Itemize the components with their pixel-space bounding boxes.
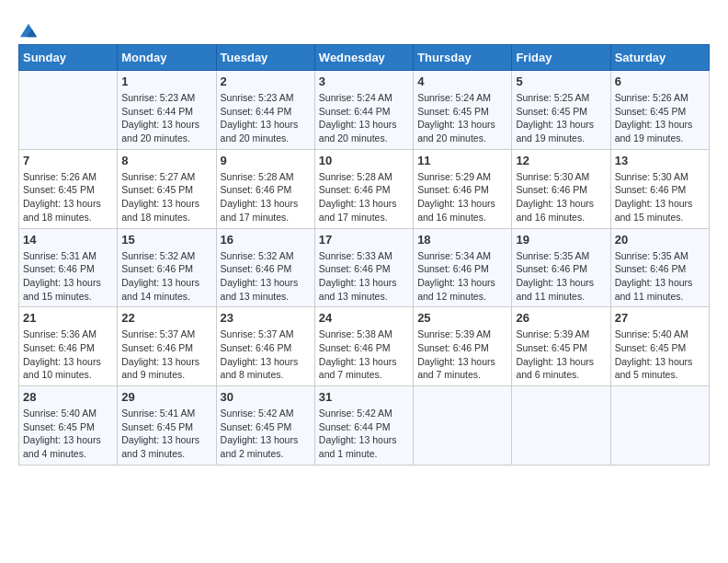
- day-info: Sunrise: 5:35 AM Sunset: 6:46 PM Dayligh…: [615, 249, 705, 304]
- calendar-cell: 1Sunrise: 5:23 AM Sunset: 6:44 PM Daylig…: [118, 71, 216, 150]
- column-header-tuesday: Tuesday: [216, 45, 314, 71]
- column-header-wednesday: Wednesday: [314, 45, 413, 71]
- day-info: Sunrise: 5:27 AM Sunset: 6:45 PM Dayligh…: [121, 170, 211, 224]
- calendar-week-4: 21Sunrise: 5:36 AM Sunset: 6:46 PM Dayli…: [19, 307, 710, 386]
- calendar-cell: 2Sunrise: 5:23 AM Sunset: 6:44 PM Daylig…: [216, 71, 314, 150]
- day-number: 10: [319, 154, 409, 167]
- calendar-cell: [512, 386, 610, 465]
- day-info: Sunrise: 5:26 AM Sunset: 6:45 PM Dayligh…: [23, 170, 113, 224]
- column-header-monday: Monday: [118, 45, 216, 71]
- day-number: 30: [221, 390, 311, 404]
- day-number: 25: [417, 311, 507, 325]
- calendar-cell: 12Sunrise: 5:30 AM Sunset: 6:46 PM Dayli…: [512, 149, 610, 228]
- column-header-sunday: Sunday: [19, 45, 118, 71]
- day-info: Sunrise: 5:28 AM Sunset: 6:46 PM Dayligh…: [319, 170, 409, 224]
- calendar-cell: 30Sunrise: 5:42 AM Sunset: 6:45 PM Dayli…: [216, 386, 314, 465]
- calendar-cell: 5Sunrise: 5:25 AM Sunset: 6:45 PM Daylig…: [512, 71, 610, 150]
- calendar-cell: 18Sunrise: 5:34 AM Sunset: 6:46 PM Dayli…: [414, 228, 512, 307]
- day-info: Sunrise: 5:32 AM Sunset: 6:46 PM Dayligh…: [121, 249, 211, 304]
- day-info: Sunrise: 5:39 AM Sunset: 6:45 PM Dayligh…: [516, 327, 606, 382]
- day-info: Sunrise: 5:30 AM Sunset: 6:46 PM Dayligh…: [615, 170, 705, 224]
- day-number: 7: [23, 154, 113, 167]
- day-number: 20: [615, 233, 705, 247]
- calendar-cell: 3Sunrise: 5:24 AM Sunset: 6:44 PM Daylig…: [314, 71, 413, 150]
- calendar-cell: 24Sunrise: 5:38 AM Sunset: 6:46 PM Dayli…: [314, 307, 413, 386]
- day-number: 23: [221, 311, 311, 325]
- day-number: 12: [516, 154, 606, 167]
- day-info: Sunrise: 5:37 AM Sunset: 6:46 PM Dayligh…: [121, 327, 211, 382]
- day-info: Sunrise: 5:41 AM Sunset: 6:45 PM Dayligh…: [121, 407, 211, 461]
- day-number: 18: [417, 233, 507, 247]
- calendar-cell: 23Sunrise: 5:37 AM Sunset: 6:46 PM Dayli…: [216, 307, 314, 386]
- calendar-cell: 17Sunrise: 5:33 AM Sunset: 6:46 PM Dayli…: [314, 228, 413, 307]
- calendar-cell: 13Sunrise: 5:30 AM Sunset: 6:46 PM Dayli…: [610, 149, 709, 228]
- day-number: 2: [221, 75, 311, 88]
- day-number: 31: [319, 390, 409, 404]
- day-number: 16: [221, 233, 311, 247]
- calendar-cell: 6Sunrise: 5:26 AM Sunset: 6:45 PM Daylig…: [610, 71, 709, 150]
- day-number: 11: [417, 154, 507, 167]
- day-number: 1: [121, 75, 211, 88]
- calendar-cell: 15Sunrise: 5:32 AM Sunset: 6:46 PM Dayli…: [118, 228, 216, 307]
- day-number: 27: [615, 311, 705, 325]
- day-info: Sunrise: 5:26 AM Sunset: 6:45 PM Dayligh…: [615, 91, 705, 145]
- calendar-cell: 11Sunrise: 5:29 AM Sunset: 6:46 PM Dayli…: [414, 149, 512, 228]
- calendar-cell: 21Sunrise: 5:36 AM Sunset: 6:46 PM Dayli…: [19, 307, 118, 386]
- day-info: Sunrise: 5:39 AM Sunset: 6:46 PM Dayligh…: [417, 327, 507, 382]
- day-number: 28: [23, 390, 113, 404]
- calendar-week-3: 14Sunrise: 5:31 AM Sunset: 6:46 PM Dayli…: [19, 228, 710, 307]
- calendar-cell: 28Sunrise: 5:40 AM Sunset: 6:45 PM Dayli…: [19, 386, 118, 465]
- calendar-cell: 25Sunrise: 5:39 AM Sunset: 6:46 PM Dayli…: [414, 307, 512, 386]
- calendar-cell: 7Sunrise: 5:26 AM Sunset: 6:45 PM Daylig…: [19, 149, 118, 228]
- day-number: 5: [516, 75, 606, 88]
- calendar-cell: 16Sunrise: 5:32 AM Sunset: 6:46 PM Dayli…: [216, 228, 314, 307]
- day-number: 14: [23, 233, 113, 247]
- day-info: Sunrise: 5:24 AM Sunset: 6:44 PM Dayligh…: [319, 91, 409, 145]
- day-info: Sunrise: 5:37 AM Sunset: 6:46 PM Dayligh…: [221, 327, 311, 382]
- calendar-cell: 19Sunrise: 5:35 AM Sunset: 6:46 PM Dayli…: [512, 228, 610, 307]
- day-number: 9: [221, 154, 311, 167]
- day-info: Sunrise: 5:23 AM Sunset: 6:44 PM Dayligh…: [221, 91, 311, 145]
- day-info: Sunrise: 5:32 AM Sunset: 6:46 PM Dayligh…: [221, 249, 311, 304]
- calendar-cell: [19, 71, 118, 150]
- day-info: Sunrise: 5:40 AM Sunset: 6:45 PM Dayligh…: [23, 407, 113, 461]
- column-header-saturday: Saturday: [610, 45, 709, 71]
- calendar-week-2: 7Sunrise: 5:26 AM Sunset: 6:45 PM Daylig…: [19, 149, 710, 228]
- calendar-cell: 27Sunrise: 5:40 AM Sunset: 6:45 PM Dayli…: [610, 307, 709, 386]
- day-number: 4: [417, 75, 507, 88]
- calendar-cell: 9Sunrise: 5:28 AM Sunset: 6:46 PM Daylig…: [216, 149, 314, 228]
- day-info: Sunrise: 5:38 AM Sunset: 6:46 PM Dayligh…: [319, 327, 409, 382]
- day-info: Sunrise: 5:29 AM Sunset: 6:46 PM Dayligh…: [417, 170, 507, 224]
- calendar-cell: 22Sunrise: 5:37 AM Sunset: 6:46 PM Dayli…: [118, 307, 216, 386]
- calendar-cell: 31Sunrise: 5:42 AM Sunset: 6:44 PM Dayli…: [314, 386, 413, 465]
- day-info: Sunrise: 5:42 AM Sunset: 6:44 PM Dayligh…: [319, 407, 409, 461]
- calendar-week-5: 28Sunrise: 5:40 AM Sunset: 6:45 PM Dayli…: [19, 386, 710, 465]
- day-number: 13: [615, 154, 705, 167]
- calendar-week-1: 1Sunrise: 5:23 AM Sunset: 6:44 PM Daylig…: [19, 71, 710, 150]
- page-header: [18, 18, 710, 35]
- day-info: Sunrise: 5:40 AM Sunset: 6:45 PM Dayligh…: [615, 327, 705, 382]
- day-info: Sunrise: 5:24 AM Sunset: 6:45 PM Dayligh…: [417, 91, 507, 145]
- day-info: Sunrise: 5:30 AM Sunset: 6:46 PM Dayligh…: [516, 170, 606, 224]
- logo: [18, 18, 37, 35]
- day-info: Sunrise: 5:25 AM Sunset: 6:45 PM Dayligh…: [516, 91, 606, 145]
- calendar-header-row: SundayMondayTuesdayWednesdayThursdayFrid…: [19, 45, 710, 71]
- day-number: 17: [319, 233, 409, 247]
- day-number: 19: [516, 233, 606, 247]
- day-info: Sunrise: 5:34 AM Sunset: 6:46 PM Dayligh…: [417, 249, 507, 304]
- logo-icon: [20, 22, 37, 39]
- calendar-cell: 4Sunrise: 5:24 AM Sunset: 6:45 PM Daylig…: [414, 71, 512, 150]
- calendar-table: SundayMondayTuesdayWednesdayThursdayFrid…: [18, 44, 710, 465]
- day-number: 22: [121, 311, 211, 325]
- day-number: 3: [319, 75, 409, 88]
- day-info: Sunrise: 5:42 AM Sunset: 6:45 PM Dayligh…: [221, 407, 311, 461]
- calendar-cell: 20Sunrise: 5:35 AM Sunset: 6:46 PM Dayli…: [610, 228, 709, 307]
- calendar-cell: [610, 386, 709, 465]
- day-number: 29: [121, 390, 211, 404]
- day-number: 15: [121, 233, 211, 247]
- day-info: Sunrise: 5:28 AM Sunset: 6:46 PM Dayligh…: [221, 170, 311, 224]
- calendar-cell: 29Sunrise: 5:41 AM Sunset: 6:45 PM Dayli…: [118, 386, 216, 465]
- column-header-friday: Friday: [512, 45, 610, 71]
- calendar-cell: 14Sunrise: 5:31 AM Sunset: 6:46 PM Dayli…: [19, 228, 118, 307]
- day-number: 26: [516, 311, 606, 325]
